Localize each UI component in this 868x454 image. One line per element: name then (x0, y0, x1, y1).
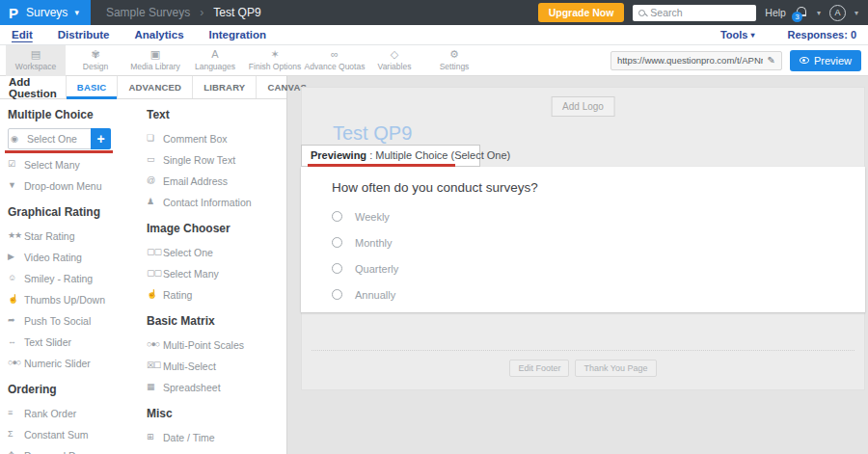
help-link[interactable]: Help (765, 7, 786, 18)
toolbar-item-label: Settings (440, 62, 470, 71)
answer-option[interactable]: Monthly (332, 229, 834, 255)
toolbar-item-label: Design (83, 62, 108, 71)
question-type-item[interactable]: @ Email Address (147, 171, 286, 191)
question-type-label: Email Address (163, 175, 228, 187)
question-type-item[interactable]: ○●○ Numeric Slider (8, 353, 137, 373)
image-rating-icon: ☝ (147, 290, 163, 299)
question-type-item[interactable]: ✥ Drag and Drop (8, 445, 137, 454)
question-type-item[interactable]: ▶ Video Rating (8, 247, 137, 267)
search-box[interactable] (633, 5, 756, 21)
breadcrumb-sample-surveys[interactable]: Sample Surveys (106, 6, 190, 19)
languages-icon: A (211, 49, 218, 60)
question-type-item[interactable]: ➦ Push To Social (8, 310, 137, 331)
multi-select-icon: ☒☐ (147, 361, 163, 370)
question-type-item[interactable]: ↔ Text Slider (8, 332, 137, 352)
footer-button[interactable]: Edit Footer (509, 360, 569, 377)
radio-icon[interactable] (332, 263, 342, 274)
toolbar-item[interactable]: ▤ Workspace (6, 45, 66, 76)
answer-option[interactable]: Quarterly (332, 255, 834, 281)
question-type-item[interactable]: ☝ Rating (147, 284, 286, 305)
question-type-item[interactable]: ☑ Select Many (8, 154, 137, 174)
question-type-item[interactable]: ☒☐ Multi-Select (147, 356, 286, 376)
question-text[interactable]: How often do you conduct surveys? (332, 180, 834, 195)
question-type-item[interactable]: ≡ Rank Order (8, 403, 137, 423)
toolbar-item-label: Finish Options (249, 62, 301, 71)
panel-tab[interactable]: BASIC (66, 76, 118, 98)
toolbar-item[interactable]: ✾ Design (66, 45, 125, 76)
toolbar-item[interactable]: ∞ Advance Quotas (305, 45, 365, 76)
section-ordering: Ordering ≡ Rank Order Σ Constant Sum (8, 383, 137, 454)
search-input[interactable] (650, 7, 750, 18)
question-type-item[interactable]: ◉ Select One + (8, 128, 111, 149)
question-type-item[interactable]: ▦ Spreadsheet (147, 377, 286, 397)
toolbar-item[interactable]: ▣ Media Library (125, 45, 185, 76)
toolbar-item[interactable]: A Languages (185, 45, 245, 76)
radio-icon[interactable] (332, 211, 342, 222)
add-select-one-button[interactable]: + (91, 128, 111, 149)
question-type-item[interactable]: Σ Constant Sum (8, 424, 137, 444)
toolbar-item[interactable]: ◇ Variables (365, 45, 424, 76)
question-type-label: Select Many (163, 268, 219, 280)
survey-title[interactable]: Test QP9 (333, 122, 412, 145)
question-type-item[interactable]: ⌨ Captcha (147, 448, 286, 454)
chevron-down-icon[interactable]: ▾ (854, 9, 858, 17)
answer-option[interactable]: Weekly (332, 203, 834, 229)
select-many-icon: ☑ (8, 160, 24, 169)
panel-tab[interactable]: LIBRARY (192, 76, 256, 98)
question-type-item[interactable]: ▼ Drop-down Menu (8, 175, 137, 196)
question-type-item[interactable]: ♟ Contact Information (147, 192, 286, 212)
footer-button[interactable]: Thank You Page (575, 360, 656, 377)
finish-options-icon: ✶ (270, 49, 279, 60)
question-type-item[interactable]: ▭ Single Row Text (147, 149, 286, 170)
question-type-label: Constant Sum (24, 429, 89, 441)
add-logo-button[interactable]: Add Logo (551, 96, 615, 117)
question-type-label: Push To Social (24, 315, 91, 327)
panel-tab[interactable]: ADVANCED (117, 76, 192, 98)
upgrade-now-button[interactable]: Upgrade Now (538, 3, 625, 22)
nav-link[interactable]: Analytics (134, 29, 183, 40)
radio-icon[interactable] (332, 289, 342, 300)
survey-url-field[interactable]: https://www.questionpro.com/t/APNrfZ ✎ (610, 51, 782, 70)
nav-link[interactable]: Edit (12, 29, 33, 40)
question-type-item[interactable]: ⊞ Date / Time (147, 427, 286, 447)
question-type-label: Single Row Text (163, 154, 235, 166)
toolbar-item[interactable]: ⚙ Settings (424, 45, 484, 76)
radio-icon[interactable] (332, 237, 342, 248)
nav-link[interactable]: Distribute (58, 29, 110, 40)
tools-label: Tools (720, 29, 748, 40)
nav-link[interactable]: Integration (209, 29, 266, 40)
date-time-icon: ⊞ (147, 433, 163, 441)
question-type-label: Multi-Select (163, 361, 216, 372)
notifications-button[interactable]: 3 (795, 6, 808, 19)
section-image-chooser: Image Chooser ▢▢ Select One ▢▢ Select Ma… (147, 222, 286, 305)
preview-button[interactable]: Preview (790, 50, 861, 71)
question-type-item[interactable]: ▢▢ Select Many (147, 263, 286, 283)
survey-nav: EditDistributeAnalyticsIntegration Tools… (0, 25, 868, 45)
question-type-item[interactable]: ❏ Comment Box (147, 128, 286, 148)
panel-tabs-row: Add Question BASICADVANCEDLIBRARYCANVAS … (0, 76, 286, 99)
chevron-down-icon[interactable]: ▾ (817, 9, 821, 17)
tools-menu[interactable]: Tools ▾ (720, 29, 755, 40)
question-type-item[interactable]: ☝ Thumbs Up/Down (8, 289, 137, 309)
toolbar-item[interactable]: ✶ Finish Options (245, 45, 305, 76)
edit-url-icon[interactable]: ✎ (767, 55, 774, 66)
answer-option[interactable]: Annually (332, 281, 834, 307)
previewing-type: : Multiple Choice (Select One) (366, 149, 510, 161)
responses-count[interactable]: Responses: 0 (787, 29, 856, 40)
chevron-down-icon: ▾ (750, 31, 754, 40)
surveys-menu-button[interactable]: P Surveys ▾ (0, 0, 91, 25)
media-library-icon: ▣ (150, 49, 160, 60)
question-type-item[interactable]: ☺ Smiley - Rating (8, 268, 137, 288)
avatar-initial: A (834, 8, 840, 17)
section-multiple-choice: Multiple Choice ◉ Select One + (8, 108, 137, 196)
avatar[interactable]: A (829, 5, 846, 21)
question-type-column-2: Text ❏ Comment Box ▭ Single Row Text (147, 103, 286, 454)
question-type-item[interactable]: ○●○ Multi-Point Scales (147, 334, 286, 355)
question-type-columns: Multiple Choice ◉ Select One + (0, 99, 286, 454)
question-type-item[interactable]: ★★ Star Rating (8, 226, 137, 246)
question-type-item[interactable]: ▢▢ Select One (147, 242, 286, 262)
notification-badge: 3 (792, 12, 802, 22)
advance-quotas-icon: ∞ (331, 49, 339, 60)
toolbar-right: https://www.questionpro.com/t/APNrfZ ✎ P… (610, 50, 868, 71)
question-type-label: Contact Information (163, 197, 252, 208)
